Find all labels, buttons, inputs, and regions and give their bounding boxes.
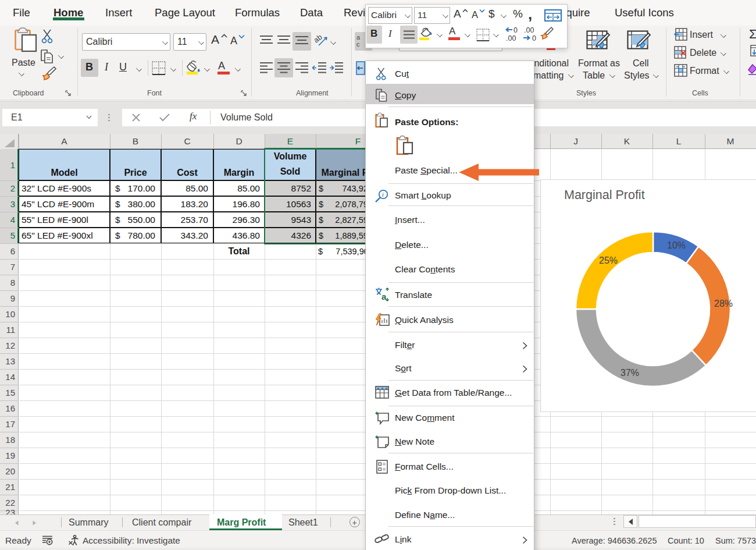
svg-text:0: 0 [532,34,536,42]
svg-text:0: 0 [513,27,518,34]
svg-text:.00: .00 [524,27,534,34]
svg-text:ab: ab [315,33,324,45]
svg-text:.00: .00 [506,34,516,42]
svg-text:i: i [382,191,384,198]
